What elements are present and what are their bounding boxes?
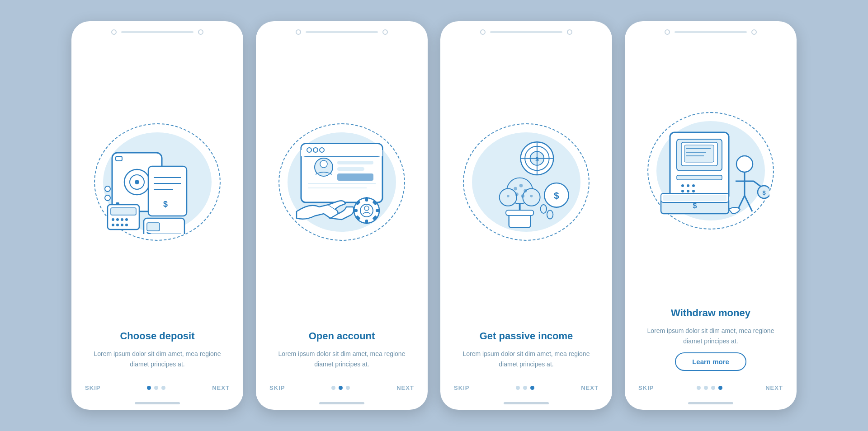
- dots-row-2: [331, 386, 350, 390]
- top-circle-left: [111, 29, 117, 35]
- phone-title-3: Get passive income: [454, 330, 599, 343]
- svg-point-92: [736, 156, 753, 172]
- svg-point-13: [112, 218, 114, 221]
- phone-top-bar-4: [625, 21, 797, 35]
- phone-content-1: Choose deposit Lorem ipsum dolor sit dim…: [71, 330, 243, 380]
- phone-choose-deposit: $: [71, 21, 243, 410]
- svg-rect-4: [116, 156, 122, 161]
- passive-income-icon: $ $: [467, 135, 585, 234]
- phone-bottom-1: SKIP NEXT: [71, 380, 243, 402]
- learn-more-button[interactable]: Learn more: [675, 352, 746, 371]
- phone-bottom-3: SKIP NEXT: [440, 380, 612, 402]
- dots-row-3: [516, 386, 534, 390]
- svg-point-20: [125, 224, 128, 226]
- svg-rect-35: [337, 161, 373, 164]
- phone-top-bar-3: [440, 21, 612, 35]
- phone-content-4: Withdraw money Lorem ipsum dolor sit dim…: [625, 307, 797, 380]
- svg-point-66: [515, 192, 519, 196]
- phone-illustration-2: [256, 35, 428, 330]
- phone-top-bar: [71, 21, 243, 35]
- dot-3-2: [523, 386, 527, 390]
- dot-2-2: [339, 386, 343, 390]
- svg-point-83: [687, 184, 689, 187]
- svg-text:$: $: [163, 200, 168, 209]
- top-line-3: [490, 31, 562, 33]
- top-circle-left-3: [480, 29, 486, 35]
- svg-point-73: [547, 211, 553, 219]
- svg-point-19: [121, 224, 123, 226]
- skip-button-2[interactable]: SKIP: [269, 384, 285, 391]
- svg-point-26: [105, 195, 110, 201]
- dot-4-4: [718, 386, 722, 390]
- phone-open-account: Open account Lorem ipsum dolor sit dim a…: [256, 21, 428, 410]
- svg-point-25: [105, 186, 110, 192]
- svg-point-72: [541, 205, 547, 213]
- phone-desc-4: Lorem ipsum dolor sit dim amet, mea regi…: [638, 326, 783, 346]
- home-bar-3: [504, 402, 549, 404]
- dot-4-1: [697, 386, 701, 390]
- svg-point-15: [121, 218, 123, 221]
- phone-content-3: Get passive income Lorem ipsum dolor sit…: [440, 330, 612, 380]
- home-bar-2: [319, 402, 364, 404]
- dot-2-1: [331, 386, 335, 390]
- svg-rect-91: [663, 195, 726, 201]
- svg-rect-81: [677, 175, 722, 180]
- dot-4-3: [711, 386, 715, 390]
- phone-title-2: Open account: [269, 330, 414, 343]
- next-button-1[interactable]: NEXT: [212, 384, 230, 391]
- phones-container: $: [71, 21, 797, 410]
- home-bar-1: [135, 402, 180, 404]
- open-account-icon: [283, 135, 401, 234]
- dot-3-3: [530, 386, 534, 390]
- svg-text:$: $: [693, 202, 697, 210]
- phone-illustration-3: $ $: [440, 35, 612, 330]
- svg-point-63: [514, 187, 517, 191]
- phone-desc-1: Lorem ipsum dolor sit dim amet, mea regi…: [85, 349, 230, 369]
- svg-rect-45: [376, 209, 380, 212]
- svg-point-87: [692, 190, 695, 192]
- next-button-4[interactable]: NEXT: [765, 384, 783, 391]
- dot-1-1: [147, 386, 151, 390]
- phone-top-bar-2: [256, 21, 428, 35]
- dot-1-3: [161, 386, 165, 390]
- svg-point-3: [135, 180, 139, 184]
- svg-rect-44: [353, 209, 358, 212]
- skip-button-3[interactable]: SKIP: [454, 384, 470, 391]
- svg-point-64: [519, 184, 523, 187]
- choose-deposit-icon: $: [99, 135, 216, 234]
- phone-title-1: Choose deposit: [85, 330, 230, 343]
- svg-rect-22: [147, 223, 160, 231]
- home-bar-4: [688, 402, 733, 404]
- phone-withdraw-money: $ $ Withdraw money Lorem ipsum dolor sit…: [625, 21, 797, 410]
- phone-bottom-2: SKIP NEXT: [256, 380, 428, 402]
- svg-text:$: $: [535, 156, 539, 163]
- top-circle-right: [198, 29, 203, 35]
- svg-point-69: [530, 195, 533, 197]
- skip-button-1[interactable]: SKIP: [85, 384, 101, 391]
- svg-point-30: [307, 148, 311, 152]
- next-button-3[interactable]: NEXT: [581, 384, 599, 391]
- svg-point-65: [524, 189, 527, 193]
- skip-button-4[interactable]: SKIP: [638, 384, 654, 391]
- svg-line-96: [745, 196, 752, 211]
- dot-3-1: [516, 386, 520, 390]
- top-circle-right-2: [382, 29, 388, 35]
- dot-2-3: [346, 386, 350, 390]
- svg-point-85: [681, 190, 684, 192]
- phone-title-4: Withdraw money: [638, 307, 783, 320]
- svg-point-16: [125, 218, 128, 221]
- svg-point-82: [681, 184, 684, 187]
- svg-rect-43: [365, 220, 368, 224]
- phone-get-passive-income: $ $: [440, 21, 612, 410]
- svg-rect-58: [506, 211, 533, 216]
- svg-text:$: $: [762, 189, 766, 196]
- svg-rect-36: [337, 167, 364, 171]
- top-line-2: [306, 31, 378, 33]
- svg-point-84: [692, 184, 695, 187]
- next-button-2[interactable]: NEXT: [396, 384, 414, 391]
- svg-rect-12: [111, 208, 136, 215]
- phone-desc-2: Lorem ipsum dolor sit dim amet, mea regi…: [269, 349, 414, 369]
- top-circle-right-4: [751, 29, 757, 35]
- top-circle-left-2: [296, 29, 301, 35]
- svg-point-14: [116, 218, 119, 221]
